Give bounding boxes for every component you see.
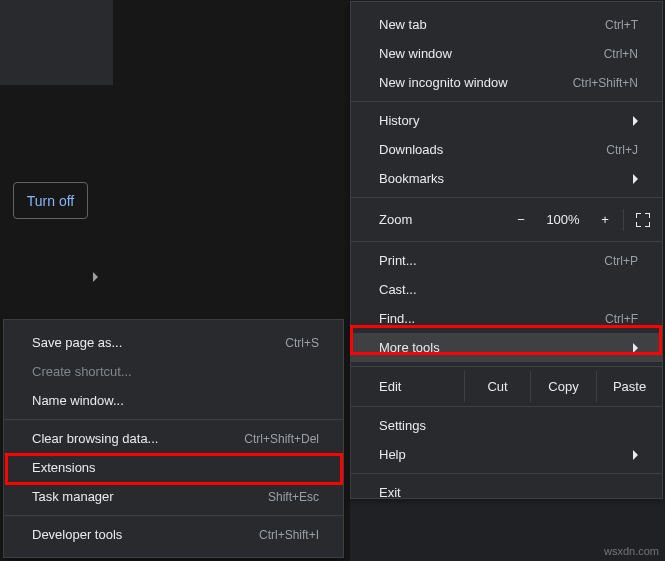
chevron-right-icon [633,174,638,184]
paste-button[interactable]: Paste [596,371,662,402]
menu-label: Bookmarks [379,171,444,186]
chevron-right-icon [633,343,638,353]
menu-more-tools[interactable]: More tools [351,333,662,362]
menu-bookmarks[interactable]: Bookmarks [351,164,662,193]
zoom-label: Zoom [379,212,503,227]
menu-new-window[interactable]: New window Ctrl+N [351,39,662,68]
submenu-clear-browsing-data[interactable]: Clear browsing data... Ctrl+Shift+Del [4,424,343,453]
menu-label: Extensions [32,460,96,475]
menu-label: Settings [379,418,426,433]
more-tools-submenu: Save page as... Ctrl+S Create shortcut..… [3,319,344,558]
menu-label: Exit [379,485,401,500]
shortcut: Ctrl+J [606,143,638,157]
shortcut: Ctrl+T [605,18,638,32]
menu-print[interactable]: Print... Ctrl+P [351,246,662,275]
cut-button[interactable]: Cut [464,371,530,402]
zoom-in-button[interactable]: + [587,212,623,227]
menu-label: Find... [379,311,415,326]
menu-label: History [379,113,419,128]
separator [351,101,662,102]
submenu-name-window[interactable]: Name window... [4,386,343,415]
fullscreen-icon [636,213,650,227]
chevron-right-icon [633,116,638,126]
watermark: wsxdn.com [604,545,659,557]
separator [4,419,343,420]
menu-label: Save page as... [32,335,122,350]
menu-label: Cast... [379,282,417,297]
separator [4,515,343,516]
separator [351,197,662,198]
menu-label: Developer tools [32,527,122,542]
menu-label: Name window... [32,393,124,408]
chevron-right-icon [633,450,638,460]
menu-downloads[interactable]: Downloads Ctrl+J [351,135,662,164]
menu-help[interactable]: Help [351,440,662,469]
edit-label: Edit [379,379,464,394]
shortcut: Ctrl+N [604,47,638,61]
menu-label: Task manager [32,489,114,504]
shortcut: Ctrl+Shift+N [573,76,638,90]
submenu-create-shortcut: Create shortcut... [4,357,343,386]
turn-off-button[interactable]: Turn off [13,182,88,219]
fullscreen-button[interactable] [624,213,662,227]
submenu-save-page[interactable]: Save page as... Ctrl+S [4,328,343,357]
submenu-developer-tools[interactable]: Developer tools Ctrl+Shift+I [4,520,343,549]
shortcut: Ctrl+P [604,254,638,268]
main-menu: New tab Ctrl+T New window Ctrl+N New inc… [350,1,663,499]
menu-label: Print... [379,253,417,268]
chevron-right-icon [93,272,98,282]
zoom-percent: 100% [539,212,587,227]
shortcut: Ctrl+F [605,312,638,326]
separator [351,406,662,407]
shortcut: Ctrl+S [285,336,319,350]
menu-label: New tab [379,17,427,32]
menu-label: New window [379,46,452,61]
menu-history[interactable]: History [351,106,662,135]
separator [351,241,662,242]
menu-find[interactable]: Find... Ctrl+F [351,304,662,333]
shortcut: Shift+Esc [268,490,319,504]
menu-label: Downloads [379,142,443,157]
menu-label: Help [379,447,406,462]
menu-label: Create shortcut... [32,364,132,379]
separator [351,366,662,367]
background-tab-area [0,0,113,85]
menu-settings[interactable]: Settings [351,411,662,440]
menu-label: Clear browsing data... [32,431,158,446]
menu-label: New incognito window [379,75,508,90]
menu-new-tab[interactable]: New tab Ctrl+T [351,10,662,39]
menu-zoom: Zoom − 100% + [351,202,662,237]
zoom-out-button[interactable]: − [503,212,539,227]
separator [351,473,662,474]
menu-exit[interactable]: Exit [351,478,662,507]
menu-cast[interactable]: Cast... [351,275,662,304]
submenu-extensions[interactable]: Extensions [4,453,343,482]
shortcut: Ctrl+Shift+Del [244,432,319,446]
submenu-task-manager[interactable]: Task manager Shift+Esc [4,482,343,511]
shortcut: Ctrl+Shift+I [259,528,319,542]
menu-edit: Edit Cut Copy Paste [351,371,662,402]
copy-button[interactable]: Copy [530,371,596,402]
menu-new-incognito[interactable]: New incognito window Ctrl+Shift+N [351,68,662,97]
menu-label: More tools [379,340,440,355]
